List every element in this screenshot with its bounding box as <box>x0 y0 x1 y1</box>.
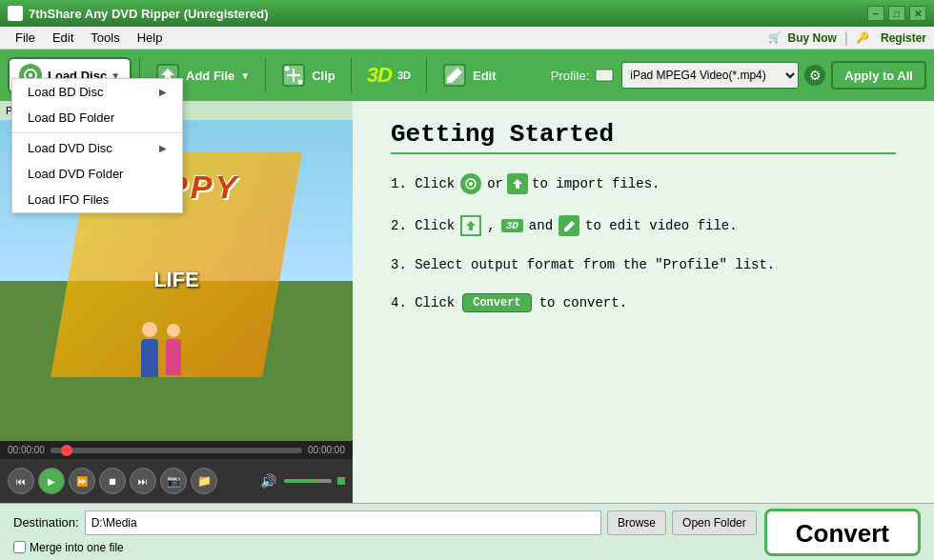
svg-point-8 <box>298 80 303 85</box>
load-bd-folder-item[interactable]: Load BD Folder <box>12 105 182 130</box>
svg-point-7 <box>285 67 290 71</box>
step-4: 4. Click Convert to convert. <box>391 293 896 312</box>
load-disc-dropdown: Load BD Disc ▶ Load BD Folder Load DVD D… <box>11 78 183 213</box>
close-button[interactable]: ✕ <box>909 6 926 21</box>
profile-label: Profile: <box>551 69 589 83</box>
step-2-text: to edit video file. <box>585 218 738 233</box>
step-2-num: 2. Click <box>391 218 455 233</box>
svg-marker-16 <box>466 221 476 230</box>
step-1-text: to import files. <box>532 176 660 191</box>
step-1-load-icon <box>460 173 481 194</box>
skip-back-button[interactable]: ⏮ <box>8 468 34 494</box>
seekbar[interactable] <box>51 448 302 453</box>
time-start: 00:00:00 <box>8 445 45 455</box>
edit-label: Edit <box>473 69 497 83</box>
step-2-and: and <box>529 218 553 233</box>
bottom-left: Destination: Browse Open Folder Merge in… <box>13 510 757 554</box>
load-bd-disc-arrow: ▶ <box>159 87 167 97</box>
play-button[interactable]: ▶ <box>38 468 65 494</box>
3d-label: 3D <box>367 63 392 88</box>
getting-started-underline <box>391 152 896 154</box>
fast-forward-button[interactable]: ⏩ <box>69 468 95 494</box>
step-1: 1. Click or to import files. <box>391 173 896 194</box>
folder-button[interactable]: 📁 <box>191 468 217 494</box>
step-1-num: 1. Click <box>391 176 455 191</box>
open-folder-button[interactable]: Open Folder <box>672 510 757 535</box>
load-bd-disc-item[interactable]: Load BD Disc ▶ <box>12 79 182 105</box>
controls-area: ⏮ ▶ ⏩ ⏹ ⏭ 📷 📁 🔊 <box>0 459 353 503</box>
volume-icon: 🔊 <box>260 473 276 489</box>
step-4-convert-inline: Convert <box>462 293 531 312</box>
apply-to-all-button[interactable]: Apply to All <box>831 61 926 90</box>
step-4-text: to convert. <box>539 295 627 310</box>
profile-icon <box>595 69 614 82</box>
step-3-text: 3. Select output format from the "Profil… <box>391 257 775 272</box>
stop-button[interactable]: ⏹ <box>99 468 126 494</box>
menu-file[interactable]: File <box>8 29 43 47</box>
step-2: 2. Click , 3D and to edit video file. <box>391 215 896 236</box>
menu-edit[interactable]: Edit <box>45 29 81 47</box>
edit-button[interactable]: Edit <box>435 57 504 93</box>
add-file-label: Add File <box>186 69 234 83</box>
window-controls: − □ ✕ <box>867 6 926 21</box>
snapshot-button[interactable]: 📷 <box>160 468 187 494</box>
settings-gear-icon[interactable]: ⚙ <box>804 65 825 86</box>
dropdown-divider <box>12 132 182 133</box>
add-file-arrow: ▼ <box>240 70 250 81</box>
merge-checkbox-area: Merge into one file <box>13 541 757 554</box>
step-2-edit-icon <box>558 215 579 236</box>
3d-button[interactable]: 3D 3D <box>359 57 418 93</box>
step-4-num: 4. Click <box>391 295 455 310</box>
title-bar: 7thShare Any DVD Ripper (Unregistered) −… <box>0 0 934 27</box>
menu-help[interactable]: Help <box>130 29 171 47</box>
step-1-or: or <box>487 176 503 191</box>
merge-label: Merge into one file <box>30 541 124 554</box>
bottom-bar: Destination: Browse Open Folder Merge in… <box>0 503 934 560</box>
step-2-comma: , <box>487 218 495 233</box>
profile-select[interactable]: iPad MPEG4 Video(*.mp4) iPhone MPEG4 Vid… <box>621 62 799 89</box>
load-dvd-disc-arrow: ▶ <box>159 143 167 153</box>
3d-sub-label: 3D <box>397 70 411 81</box>
menu-tools[interactable]: Tools <box>83 29 127 47</box>
load-dvd-folder-item[interactable]: Load DVD Folder <box>12 161 182 187</box>
step-3: 3. Select output format from the "Profil… <box>391 257 896 272</box>
load-ifo-files-item[interactable]: Load IFO Files <box>12 187 182 212</box>
clip-label: Clip <box>312 69 335 83</box>
svg-point-14 <box>469 182 473 186</box>
destination-row: Destination: Browse Open Folder <box>13 510 757 535</box>
step-2-3d-icon: 3D <box>501 219 523 232</box>
convert-button[interactable]: Convert <box>764 509 921 556</box>
clip-icon <box>281 63 306 88</box>
seekbar-area: 00:00:00 00:00:00 <box>0 441 353 459</box>
edit-icon <box>442 63 467 88</box>
video-life-text: LIFE <box>153 268 199 292</box>
browse-button[interactable]: Browse <box>607 510 666 535</box>
svg-marker-15 <box>513 179 522 189</box>
step-2-clip-icon <box>460 215 481 236</box>
menu-bar: File Edit Tools Help 🛒 Buy Now | 🔑 Regis… <box>0 27 934 50</box>
svg-point-1 <box>29 73 32 77</box>
minimize-button[interactable]: − <box>867 6 884 21</box>
destination-input[interactable] <box>85 510 601 535</box>
profile-area: Profile: iPad MPEG4 Video(*.mp4) iPhone … <box>551 61 926 90</box>
svg-rect-12 <box>598 71 611 79</box>
load-dvd-disc-item[interactable]: Load DVD Disc ▶ <box>12 135 182 161</box>
destination-label: Destination: <box>13 515 79 530</box>
step-frame-button[interactable]: ⏭ <box>130 468 156 494</box>
getting-started-title: Getting Started <box>391 120 896 149</box>
clip-button[interactable]: Clip <box>274 57 343 93</box>
seekbar-thumb[interactable] <box>61 445 72 456</box>
volume-slider[interactable] <box>284 479 332 483</box>
step-1-add-icon <box>507 173 528 194</box>
getting-started-panel: Getting Started 1. Click or to import fi… <box>353 101 934 503</box>
app-title: 7thShare Any DVD Ripper (Unregistered) <box>29 7 269 21</box>
app-icon <box>8 6 23 21</box>
register-link[interactable]: Register <box>881 31 926 45</box>
svg-marker-17 <box>564 221 575 231</box>
buy-now-link[interactable]: Buy Now <box>787 31 836 45</box>
maximize-button[interactable]: □ <box>888 6 905 21</box>
merge-checkbox[interactable] <box>13 541 26 553</box>
time-end: 00:00:00 <box>308 445 345 455</box>
